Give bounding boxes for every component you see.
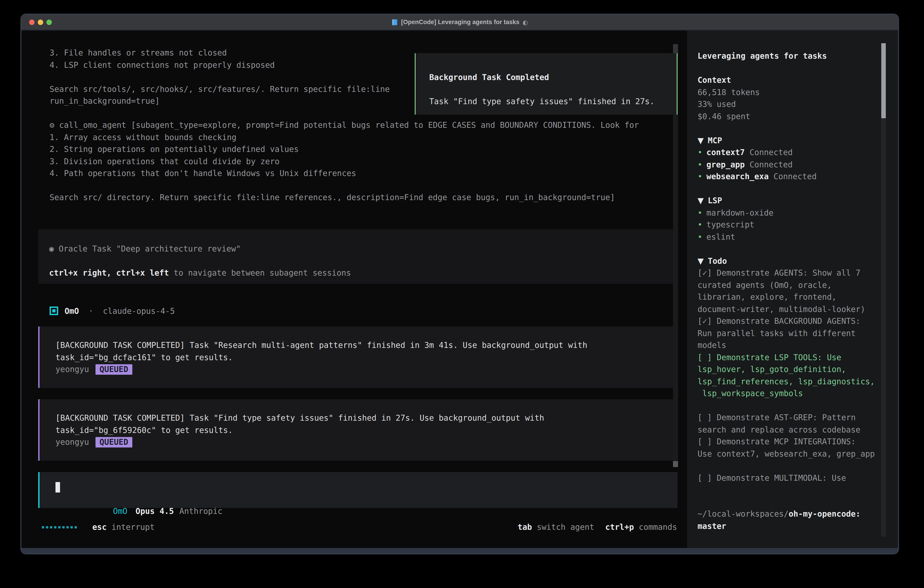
chat-line: 1. Array access without bounds checking [50,131,678,143]
agent-header: OmO · claude-opus-4-5 [50,305,678,317]
commands-key-hint: ctrl+p [605,523,634,532]
card-meta-row: yeongyuQUEUED [56,363,678,375]
sidebar-heading: Context [698,74,898,86]
toast-body: Task "Find type safety issues" finished … [429,96,676,107]
traffic-lights [29,20,52,25]
sidebar-section-lsp[interactable]: ▼LSP [698,195,898,207]
spacer [698,496,898,508]
todo-line: lsp_find_references, lsp_diagnostics, [698,375,898,387]
todo-line: Use context7, websearch_exa, grep_app [698,448,898,460]
spacer [49,255,678,267]
todo-line: search and replace across codebase [698,424,898,436]
zoom-button[interactable] [46,20,52,25]
sidebar-session-title: Leveraging agents for tasks [698,50,898,62]
toast-notification: Background Task Completed Task "Find typ… [415,53,678,115]
close-button[interactable] [29,20,35,25]
status-dot-icon: • [698,172,702,181]
spacer [698,532,898,544]
spinner-dot [46,526,48,529]
sidebar-scrollbar-thumb[interactable] [881,43,886,118]
desktop: [OpenCode] Leveraging agents for tasks ◐… [0,0,924,588]
spacer [698,484,898,496]
spinner-dot [50,526,52,529]
sidebar-scrollbar[interactable] [881,43,886,537]
sidebar-stat: $0.46 spent [698,110,898,122]
todo-line: [ ] Demonstrate MULTIMODAL: Use [698,472,898,484]
toast-title: Background Task Completed [429,71,676,83]
todo-line: document-writer, multimodal-looker) [698,303,898,315]
minimize-button[interactable] [38,20,43,25]
progress-icon: ◐ [523,18,528,26]
tab-key-label: switch agent [532,523,594,532]
workspace-path: ~/local-workspaces/oh-my-opencode: [698,508,898,520]
document-icon [391,19,398,25]
agent-separator: · [79,305,103,317]
window-title: [OpenCode] Leveraging agents for tasks ◐ [391,18,528,26]
status-bar: esc interrupt tab switch agent ctrl+p co… [21,521,687,533]
terminal-window: [OpenCode] Leveraging agents for tasks ◐… [20,14,899,554]
oracle-task-panel: ◉ Oracle Task "Deep architecture review"… [38,229,678,284]
todo-line: models [698,339,898,351]
card-message-line: [BACKGROUND TASK COMPLETED] Task "Resear… [56,339,678,351]
chat-pane: 3. File handles or streams not closed 4.… [21,30,687,548]
agent-icon [50,307,58,315]
titlebar: [OpenCode] Leveraging agents for tasks ◐ [21,15,898,30]
window-title-text: [OpenCode] Leveraging agents for tasks [401,19,520,25]
status-badge: QUEUED [96,437,132,448]
esc-key-label: interrupt [107,523,155,532]
status-dot-icon: • [698,160,702,169]
chat-line: 3. Division operations that could divide… [50,155,678,167]
chat-line: 4. Path operations that don't handle Win… [50,167,678,179]
todo-line: [ ] Demonstrate AST-GREP: Pattern [698,411,898,424]
oracle-task-title: ◉ Oracle Task "Deep architecture review" [49,243,678,255]
spacer [698,400,898,411]
lsp-item: •typescript [698,219,898,231]
chevron-down-icon: ▼ [698,256,704,265]
git-branch: master [698,520,898,532]
sidebar-section-todo[interactable]: ▼Todo [698,255,898,267]
model-label: Opus 4.5 [135,507,174,516]
spacer [698,460,898,472]
spacer [698,122,898,134]
card-message-line: task_id="bg_6f59260c" to get results. [56,424,678,436]
lsp-item: •eslint [698,231,898,243]
agent-model: claude-opus-4-5 [103,305,175,317]
card-message-line: task_id="bg_dcfac161" to get results. [56,351,678,363]
task-completed-card: [BACKGROUND TASK COMPLETED] Task "Resear… [38,327,678,388]
record-icon: ◉ [49,244,54,253]
todo-line: [✓] Demonstrate BACKGROUND AGENTS: [698,315,898,327]
spacer [698,243,898,255]
sidebar-content: Leveraging agents for tasksContext66,518… [698,50,898,548]
text-cursor [56,482,60,492]
todo-line: Run parallel tasks with different [698,327,898,339]
spinner-dot [42,526,44,529]
tool-call-text: call_omo_agent [subagent_type=explore, p… [59,121,639,130]
status-dot-icon: • [698,208,702,217]
chevron-down-icon: ▼ [698,136,704,145]
todo-line: lsp_workspace_symbols [698,387,898,400]
spacer [698,544,898,548]
status-badge: QUEUED [96,364,132,375]
todo-line: [✓] Demonstrate AGENTS: Show all 7 [698,267,898,279]
chat-line: Search src/ directory. Return specific f… [50,192,678,203]
todo-line: [ ] Demonstrate LSP TOOLS: Use [698,351,898,363]
provider-label: Anthropic [179,507,223,516]
username: yeongyu [56,438,89,447]
tool-call-line: ⚙ call_omo_agent [subagent_type=explore,… [50,119,678,131]
todo-line: librarian, explore, frontend, [698,291,898,303]
sidebar-section-mcp[interactable]: ▼MCP [698,134,898,147]
mcp-item: •context7 Connected [698,147,898,159]
status-dot-icon: • [698,220,702,229]
spacer [698,183,898,195]
prompt-input[interactable]: OmOOpus 4.5Anthropic [38,472,678,508]
todo-line: [ ] Demonstrate MCP INTEGRATIONS: [698,436,898,448]
window-bottom-edge [21,548,898,553]
commands-key-label: commands [634,523,677,532]
gear-icon: ⚙ [50,121,54,130]
status-dot-icon: • [698,232,702,241]
todo-line: lsp_hover, lsp_goto_definition, [698,363,898,375]
sidebar-stat: 66,518 tokens [698,86,898,98]
task-completed-card: [BACKGROUND TASK COMPLETED] Task "Find t… [38,399,678,461]
card-message-line: [BACKGROUND TASK COMPLETED] Task "Find t… [56,412,678,424]
status-bar-right: tab switch agent ctrl+p commands [518,523,677,532]
